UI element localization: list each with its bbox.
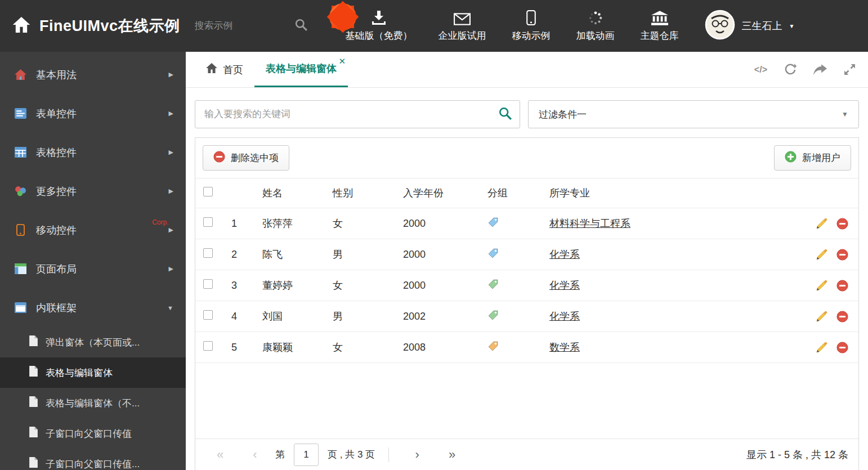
nav-label: 移动示例	[512, 29, 551, 42]
table-header-row: 姓名 性别 入学年份 分组 所学专业	[195, 178, 858, 208]
edit-icon[interactable]	[816, 342, 827, 353]
first-page-button[interactable]: «	[205, 447, 235, 462]
main-content: 首页 表格与编辑窗体 ✕ </>	[186, 52, 868, 470]
plus-circle-icon	[785, 151, 797, 165]
header-search-input[interactable]	[195, 20, 290, 32]
source-code-icon[interactable]: </>	[754, 65, 767, 75]
last-page-button[interactable]: »	[437, 447, 467, 462]
tab-bar: 首页 表格与编辑窗体 ✕ </>	[186, 52, 868, 88]
cell-year: 2008	[403, 342, 487, 353]
user-menu[interactable]: 三生石上 ▼	[705, 10, 795, 42]
column-header-year[interactable]: 入学年份	[403, 186, 487, 200]
chevron-right-icon: ▶	[169, 265, 173, 272]
home-icon	[14, 69, 27, 80]
open-in-new-icon[interactable]	[813, 64, 827, 75]
row-checkbox[interactable]	[203, 217, 213, 227]
grid-toolbar: 删除选中项 新增用户	[195, 138, 858, 178]
cell-gender: 男	[333, 248, 403, 261]
select-all-checkbox[interactable]	[203, 187, 213, 196]
sidebar-item-table-controls[interactable]: 表格控件 ▶	[0, 133, 186, 172]
cell-year: 2000	[403, 249, 487, 261]
table-icon	[14, 147, 27, 158]
cell-year: 2000	[403, 218, 487, 230]
add-user-button[interactable]: 新增用户	[774, 145, 851, 171]
sidebar-subitem-popup-window[interactable]: 弹出窗体（本页面或...	[0, 327, 186, 357]
column-header-name[interactable]: 姓名	[262, 186, 333, 200]
file-icon	[29, 427, 38, 440]
layout-icon	[14, 263, 27, 274]
edit-icon[interactable]	[816, 311, 827, 323]
row-checkbox[interactable]	[203, 341, 213, 351]
sidebar-subitem-grid-edit-window-2[interactable]: 表格与编辑窗体（不...	[0, 388, 186, 418]
page-number-input[interactable]	[294, 444, 319, 466]
filter-dropdown-value: 过滤条件一	[539, 108, 587, 121]
delete-row-icon[interactable]	[836, 280, 848, 292]
minus-circle-icon	[213, 151, 225, 165]
table-row: 2 陈飞 男 2000 化学系	[195, 239, 858, 270]
prev-page-button[interactable]: ‹	[240, 447, 270, 462]
header-nav: FREE! 基础版（免费） 企业版试用 移动示例	[346, 10, 679, 42]
avatar	[705, 10, 735, 42]
file-icon	[29, 335, 38, 349]
column-header-gender[interactable]: 性别	[333, 186, 403, 200]
fullscreen-icon[interactable]	[844, 64, 856, 75]
close-icon[interactable]: ✕	[338, 57, 346, 65]
page-prefix: 第	[275, 448, 285, 461]
sidebar-item-form-controls[interactable]: 表单控件 ▶	[0, 94, 186, 133]
delete-row-icon[interactable]	[836, 249, 848, 261]
chevron-down-icon: ▼	[167, 305, 173, 311]
tag-icon	[487, 312, 499, 323]
major-link[interactable]: 化学系	[549, 249, 580, 260]
nav-item-enterprise-trial[interactable]: 企业版试用	[439, 10, 486, 42]
nav-item-basic-edition[interactable]: FREE! 基础版（免费）	[346, 10, 413, 42]
nav-item-theme-repo[interactable]: 主题仓库	[641, 10, 679, 42]
refresh-icon[interactable]	[784, 64, 797, 76]
brand[interactable]: FineUIMvc在线示例	[12, 16, 180, 36]
filter-dropdown[interactable]: 过滤条件一 ▼	[528, 100, 859, 128]
keyword-search-input[interactable]	[195, 109, 520, 120]
cell-name: 陈飞	[262, 248, 333, 261]
nav-item-loading-animation[interactable]: 加载动画	[576, 10, 615, 42]
edit-icon[interactable]	[816, 249, 827, 261]
sidebar-subitem-grid-edit-window[interactable]: 表格与编辑窗体	[0, 357, 186, 388]
home-icon	[206, 63, 217, 76]
edit-icon[interactable]	[816, 280, 827, 292]
envelope-icon	[454, 10, 471, 25]
sidebar-item-iframe[interactable]: 内联框架 ▼	[0, 288, 186, 327]
major-link[interactable]: 化学系	[549, 280, 580, 291]
major-link[interactable]: 化学系	[549, 311, 580, 322]
row-checkbox[interactable]	[203, 310, 213, 320]
edit-icon[interactable]	[816, 218, 827, 230]
sidebar-subitem-child-to-parent-2[interactable]: 子窗口向父窗口传值...	[0, 449, 186, 470]
sidebar-item-more-controls[interactable]: 更多控件 ▶	[0, 172, 186, 211]
tab-grid-edit-window[interactable]: 表格与编辑窗体 ✕	[254, 52, 348, 87]
filter-row: 过滤条件一 ▼	[186, 88, 868, 128]
chevron-right-icon: ▶	[169, 110, 173, 117]
row-checkbox[interactable]	[203, 279, 213, 289]
tab-home[interactable]: 首页	[195, 52, 254, 87]
delete-row-icon[interactable]	[836, 311, 848, 323]
major-link[interactable]: 数学系	[549, 342, 580, 353]
nav-label: 企业版试用	[439, 29, 486, 42]
delete-row-icon[interactable]	[836, 218, 848, 230]
header-search[interactable]	[195, 19, 313, 33]
column-header-group[interactable]: 分组	[487, 186, 549, 200]
delete-row-icon[interactable]	[836, 342, 848, 353]
next-page-button[interactable]: ›	[402, 447, 432, 462]
cell-gender: 男	[333, 310, 403, 323]
search-icon[interactable]	[499, 107, 512, 122]
column-header-major[interactable]: 所学专业	[549, 186, 786, 200]
sidebar-subitem-child-to-parent[interactable]: 子窗口向父窗口传值	[0, 418, 186, 449]
delete-selected-button[interactable]: 删除选中项	[203, 145, 289, 171]
major-link[interactable]: 材料科学与工程系	[549, 218, 630, 229]
file-icon	[29, 366, 38, 379]
cell-name: 张萍萍	[262, 217, 333, 230]
row-checkbox[interactable]	[203, 248, 213, 258]
sidebar-item-mobile-controls[interactable]: 移动控件 Corp. ▶	[0, 211, 186, 249]
keyword-search[interactable]	[195, 100, 520, 128]
sidebar-item-page-layout[interactable]: 页面布局 ▶	[0, 249, 186, 288]
table-row: 4 刘国 男 2002 化学系	[195, 301, 858, 332]
sidebar-item-basic-usage[interactable]: 基本用法 ▶	[0, 55, 186, 94]
nav-item-mobile-demo[interactable]: 移动示例	[512, 10, 551, 42]
search-icon[interactable]	[295, 19, 307, 33]
